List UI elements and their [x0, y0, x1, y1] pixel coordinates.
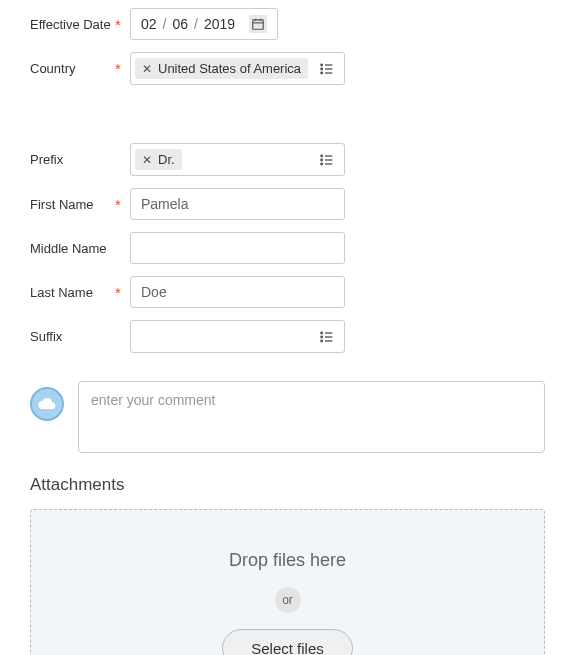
country-tag: ✕ United States of America — [135, 58, 308, 79]
svg-point-12 — [321, 159, 323, 161]
prefix-tag: ✕ Dr. — [135, 149, 182, 170]
required-asterisk: * — [115, 284, 130, 301]
select-files-button[interactable]: Select files — [222, 629, 353, 655]
date-year[interactable]: 2019 — [204, 16, 235, 32]
svg-point-16 — [321, 332, 323, 334]
or-badge: or — [275, 587, 301, 613]
required-asterisk: * — [115, 16, 130, 33]
svg-rect-0 — [253, 20, 264, 29]
svg-point-18 — [321, 336, 323, 338]
country-label: Country — [30, 61, 115, 76]
svg-point-10 — [321, 155, 323, 157]
list-icon[interactable] — [316, 149, 338, 171]
prefix-input[interactable]: ✕ Dr. — [130, 143, 345, 176]
effective-date-input[interactable]: 02 / 06 / 2019 — [130, 8, 278, 40]
list-icon[interactable] — [316, 58, 338, 80]
last-name-label: Last Name — [30, 285, 115, 300]
country-value: United States of America — [158, 61, 301, 76]
first-name-label: First Name — [30, 197, 115, 212]
svg-point-6 — [321, 68, 323, 70]
calendar-icon[interactable] — [249, 15, 267, 33]
first-name-input[interactable] — [130, 188, 345, 220]
svg-point-4 — [321, 64, 323, 66]
svg-point-8 — [321, 72, 323, 74]
cloud-icon — [30, 387, 64, 421]
prefix-label: Prefix — [30, 152, 115, 167]
effective-date-label: Effective Date — [30, 17, 115, 32]
attachments-heading: Attachments — [30, 475, 545, 495]
required-asterisk: * — [115, 196, 130, 213]
prefix-value: Dr. — [158, 152, 175, 167]
comment-input[interactable]: enter your comment — [78, 381, 545, 453]
middle-name-input[interactable] — [130, 232, 345, 264]
remove-tag-icon[interactable]: ✕ — [142, 63, 152, 75]
middle-name-label: Middle Name — [30, 241, 115, 256]
last-name-input[interactable] — [130, 276, 345, 308]
drop-text: Drop files here — [229, 550, 346, 571]
suffix-label: Suffix — [30, 329, 115, 344]
suffix-input[interactable] — [130, 320, 345, 353]
remove-tag-icon[interactable]: ✕ — [142, 154, 152, 166]
dropzone[interactable]: Drop files here or Select files — [30, 509, 545, 655]
svg-point-14 — [321, 163, 323, 165]
date-month[interactable]: 02 — [141, 16, 157, 32]
country-input[interactable]: ✕ United States of America — [130, 52, 345, 85]
list-icon[interactable] — [316, 326, 338, 348]
required-asterisk: * — [115, 60, 130, 77]
date-day[interactable]: 06 — [172, 16, 188, 32]
svg-point-20 — [321, 340, 323, 342]
